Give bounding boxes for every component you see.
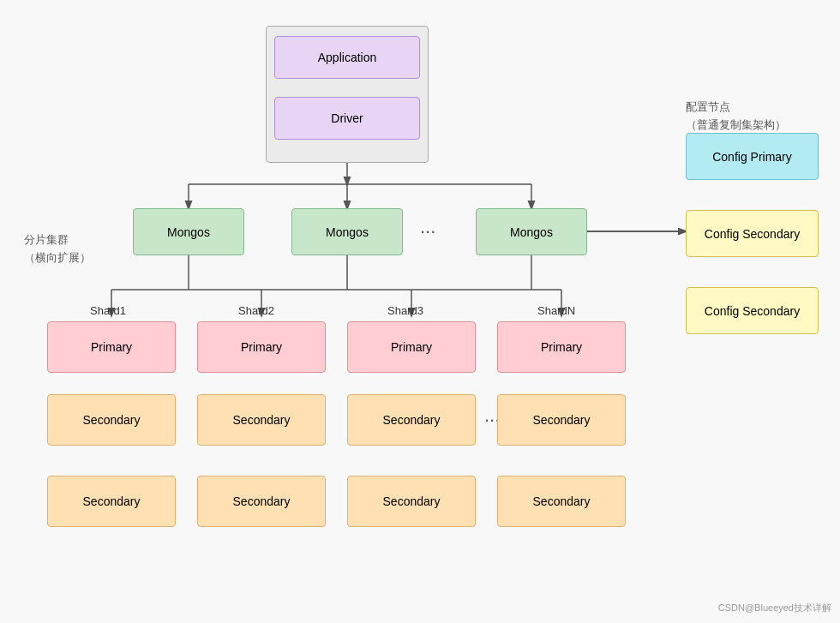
mongos-label-1: Mongos [167,225,210,239]
secondary-box-n-2: Secondary [497,476,626,527]
primary-label-n: Primary [541,340,582,354]
primary-box-3: Primary [347,321,476,373]
primary-box-n: Primary [497,321,626,373]
primary-label-2: Primary [241,340,282,354]
secondary-label-2-1: Secondary [233,413,291,427]
mongos-box-3: Mongos [476,208,587,255]
watermark: CSDN@Blueeyed技术详解 [718,602,831,614]
shard-label-n: ShardN [537,304,575,317]
secondary-box-2-1: Secondary [197,394,326,446]
secondary-label-2-2: Secondary [233,494,291,508]
secondary-box-n-1: Secondary [497,394,626,446]
primary-label-1: Primary [91,340,132,354]
config-secondary-box-1: Config Secondary [686,210,819,257]
secondary-box-1-2: Secondary [47,476,176,527]
shard-label-2: Shard2 [238,304,274,317]
config-primary-box: Config Primary [686,133,819,180]
canvas: Application Driver Mongos Mongos ... Mon… [0,0,840,623]
driver-box: Driver [274,97,420,140]
secondary-label-3-2: Secondary [383,494,441,508]
config-primary-label: Config Primary [712,150,792,164]
config-node-label: 配置节点 （普通复制集架构） [686,99,786,135]
secondary-box-3-2: Secondary [347,476,476,527]
secondary-label-n-2: Secondary [533,494,591,508]
secondary-box-1-1: Secondary [47,394,176,446]
config-secondary-box-2: Config Secondary [686,287,819,334]
application-label: Application [318,51,377,64]
mongos-label-2: Mongos [326,225,369,239]
driver-label: Driver [331,111,363,125]
shard-label-1: Shard1 [90,304,126,317]
mongos-box-2: Mongos [291,208,403,255]
secondary-label-1-2: Secondary [83,494,141,508]
application-box: Application [274,36,420,79]
shard-label-3: Shard3 [387,304,423,317]
config-secondary-label-1: Config Secondary [705,227,800,241]
secondary-label-n-1: Secondary [533,413,591,427]
secondary-label-1-1: Secondary [83,413,141,427]
config-secondary-label-2: Config Secondary [705,304,800,318]
mongos-box-1: Mongos [133,208,244,255]
primary-label-3: Primary [391,340,432,354]
mongos-dots: ... [420,216,435,238]
primary-box-2: Primary [197,321,326,373]
secondary-label-3-1: Secondary [383,413,441,427]
primary-box-1: Primary [47,321,176,373]
secondary-box-3-1: Secondary [347,394,476,446]
secondary-box-2-2: Secondary [197,476,326,527]
mongos-label-3: Mongos [510,225,553,239]
cluster-label: 分片集群 （横向扩展） [24,231,91,267]
